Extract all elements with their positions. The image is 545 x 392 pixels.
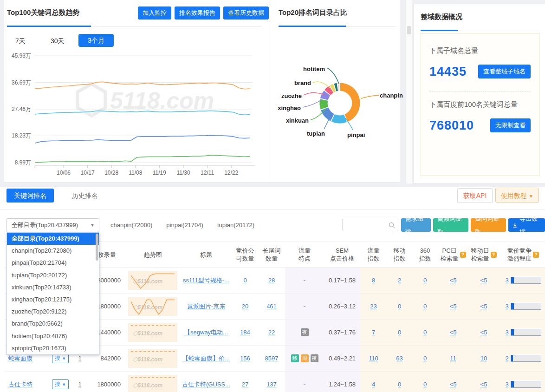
value-link[interactable]: <5 <box>450 303 457 310</box>
title-link[interactable]: ss111型号规格-... <box>183 276 229 285</box>
value-link[interactable]: <5 <box>480 303 487 310</box>
view-subdomains-button[interactable]: 查看整域子域名 <box>478 65 531 78</box>
value-link[interactable]: 0 <box>423 303 427 310</box>
search-keyword-button[interactable]: 搜 ▼ <box>52 379 69 389</box>
cell-mobile_daily: 10 <box>468 346 499 371</box>
range-tab-7d[interactable]: 7天 <box>15 37 26 46</box>
quick-link-1[interactable]: pinpai(21704) <box>166 222 203 229</box>
competition-link[interactable]: 3 <box>505 277 508 284</box>
value-link[interactable]: 7 <box>372 329 375 336</box>
value-link[interactable]: 8597 <box>265 355 279 362</box>
cell-pc_daily: <5 <box>438 294 468 319</box>
value-link[interactable]: 23 <box>370 303 376 310</box>
value-link[interactable]: 10 <box>480 355 487 362</box>
dropdown-item-3[interactable]: tupian(Top20:20172) <box>7 269 99 281</box>
title-link[interactable]: 岚派图片-京东 <box>187 302 225 311</box>
quick-link-2[interactable]: tupian(20172) <box>217 222 254 229</box>
ranking-report-button[interactable]: 排名效果报告 <box>175 7 220 20</box>
competition-bar <box>511 329 541 336</box>
demand-map-button[interactable]: 需求图谱 <box>401 218 431 232</box>
title-link[interactable]: 【蛇毒面膜】价... <box>182 354 230 363</box>
unlimited-view-button[interactable]: 无限制查看 <box>490 118 531 132</box>
value-link[interactable]: 0 <box>423 329 427 336</box>
export-data-button[interactable]: 导出数据 <box>508 218 545 232</box>
help-icon[interactable]: ? <box>533 252 539 258</box>
value-link[interactable]: 184 <box>240 329 250 336</box>
value-link[interactable]: 461 <box>266 303 277 310</box>
value-link[interactable]: <5 <box>450 329 457 336</box>
tab-keyword-ranking[interactable]: 关键词排名 <box>6 189 54 203</box>
competition-link[interactable]: 3 <box>505 381 508 388</box>
monitor-button[interactable]: 加入监控 <box>138 7 171 20</box>
value-link[interactable]: 0 <box>423 381 427 388</box>
cell-flow_index: 8 <box>360 268 387 293</box>
tab-history-ranking[interactable]: 历史排名 <box>72 192 98 200</box>
keyword-total-label: 下属百度前100名关键词总量 <box>429 100 531 109</box>
directory-select[interactable]: 全部目录(Top20:437999) ▼ <box>6 218 99 232</box>
value-link[interactable]: 0 <box>398 381 401 388</box>
dropdown-item-8[interactable]: hotitem(Top20:4876) <box>7 330 99 342</box>
value-link[interactable]: 0 <box>423 355 427 362</box>
search-icon[interactable] <box>388 222 396 229</box>
header-cell-pc_daily: PC日 检索量? <box>438 242 468 267</box>
value-link[interactable]: 0 <box>243 277 247 284</box>
value-link[interactable]: <5 <box>480 329 487 336</box>
range-tab-3m[interactable]: 3个月 <box>78 34 114 47</box>
search-keyword-button[interactable]: 搜 ▼ <box>52 353 69 363</box>
value-link[interactable]: 110 <box>369 355 378 362</box>
value-link[interactable]: <5 <box>480 277 487 284</box>
dropdown-item-0[interactable]: 全部目录(Top20:437999) <box>7 233 99 245</box>
donut-slice-small-10[interactable] <box>339 83 340 91</box>
value-link[interactable]: 11 <box>450 355 456 362</box>
dropdown-item-7[interactable]: brand(Top20:5662) <box>7 318 99 330</box>
search-input[interactable] <box>345 220 392 231</box>
panel-scrollbar[interactable] <box>406 0 412 183</box>
range-tab-30d[interactable]: 30天 <box>51 37 65 46</box>
value-link[interactable]: 156 <box>240 355 250 362</box>
value-link[interactable]: 0 <box>398 303 401 310</box>
question-extract-button[interactable]: 疑问词提取 <box>471 218 506 232</box>
value-link[interactable]: 0 <box>398 329 401 336</box>
value-link[interactable]: 2 <box>398 277 401 284</box>
svg-text:8.99万: 8.99万 <box>15 159 31 166</box>
svg-text:18.23万: 18.23万 <box>12 132 31 139</box>
tutorial-button[interactable]: 使用教程 ▼ <box>495 188 539 203</box>
get-api-button[interactable]: 获取API <box>457 188 493 203</box>
high-freq-extract-button[interactable]: 高频词提取 <box>433 218 468 232</box>
value-link[interactable]: 27 <box>242 381 248 388</box>
dropdown-scrollbar-thumb[interactable] <box>96 234 98 261</box>
competition-link[interactable]: 2 <box>505 355 508 362</box>
title-link[interactable]: 【segway电动... <box>184 328 228 337</box>
dropdown-item-9[interactable]: sptopic(Top20:1673) <box>7 342 99 354</box>
value-link[interactable]: <5 <box>480 381 487 388</box>
value-link[interactable]: 0 <box>423 277 427 284</box>
value-link[interactable]: <5 <box>450 381 457 388</box>
keyword-link[interactable]: 古仕卡特 <box>8 380 32 389</box>
cell-competition: 3 <box>499 320 545 345</box>
value-link[interactable]: 20 <box>242 303 248 310</box>
quick-link-0[interactable]: chanpin(72080) <box>110 222 152 229</box>
help-icon[interactable]: ? <box>491 252 497 258</box>
value-link[interactable]: 22 <box>268 329 275 336</box>
sem-price: 0.37~1.76 <box>329 329 356 336</box>
value-link[interactable]: <5 <box>450 277 457 284</box>
dropdown-item-6[interactable]: zuozhe(Top20:9122) <box>7 306 99 318</box>
competition-link[interactable]: 3 <box>505 329 508 336</box>
keyword-link[interactable]: 蛇毒面膜 <box>8 354 32 363</box>
history-data-button[interactable]: 查看历史数据 <box>223 7 269 20</box>
dropdown-item-5[interactable]: xinghao(Top20:12175) <box>7 294 99 306</box>
competition-link[interactable]: 3 <box>505 303 508 310</box>
title-link[interactable]: 古仕卡特(GUSS... <box>182 380 230 389</box>
panel-scrollbar-thumb[interactable] <box>407 26 411 34</box>
trend-series-3 <box>35 135 250 143</box>
value-link[interactable]: 63 <box>396 355 402 362</box>
value-link[interactable]: 4 <box>372 381 375 388</box>
keyword-search-box <box>342 219 398 231</box>
dropdown-item-1[interactable]: chanpin(Top20:72080) <box>7 245 99 257</box>
value-link[interactable]: 137 <box>266 381 277 388</box>
value-link[interactable]: 8 <box>372 277 375 284</box>
dropdown-item-4[interactable]: xinkuan(Top20:14733) <box>7 281 99 294</box>
value-link[interactable]: 28 <box>268 277 275 284</box>
dropdown-item-2[interactable]: pinpai(Top20:21704) <box>7 257 99 269</box>
help-icon[interactable]: ? <box>460 252 466 258</box>
